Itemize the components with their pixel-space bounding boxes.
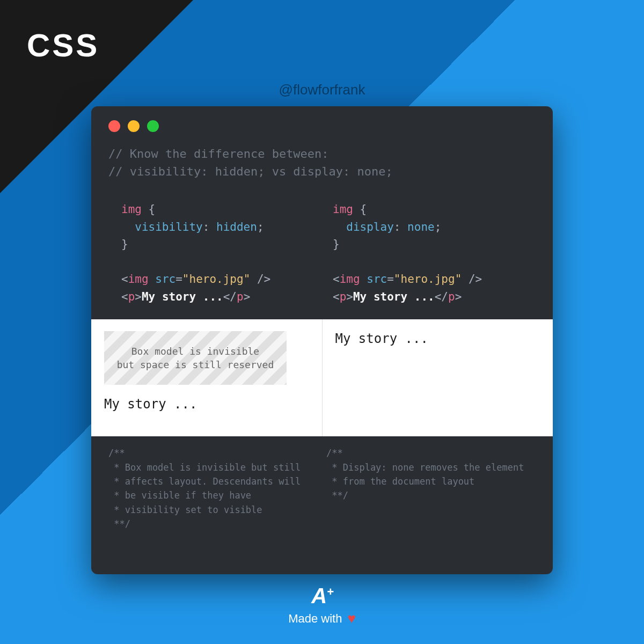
author-handle: @flowforfrank [279, 82, 365, 98]
story-text-left: My story ... [104, 397, 309, 412]
code-col-display: img { display: none; } <img src="hero.jp… [324, 201, 536, 305]
css-value: hidden [216, 221, 257, 233]
css-property: display [346, 221, 394, 233]
placeholder-line-2: but space is still reserved [117, 358, 274, 371]
minimize-icon[interactable] [128, 120, 140, 132]
intro-comments: // Know the difference between: // visib… [91, 132, 553, 186]
doc-left: /** * Box model is invisible but still *… [104, 446, 322, 531]
invisible-box-placeholder: Box model is invisible but space is stil… [104, 331, 287, 385]
code-window: // Know the difference between: // visib… [91, 106, 553, 574]
close-icon[interactable] [108, 120, 120, 132]
footer: A+ Made with ♥ [288, 584, 356, 627]
placeholder-line-1: Box model is invisible [117, 345, 274, 358]
code-columns: img { visibility: hidden; } <img src="he… [91, 186, 553, 319]
code-col-visibility: img { visibility: hidden; } <img src="he… [108, 201, 324, 305]
result-visibility: Box model is invisible but space is stil… [91, 319, 323, 436]
traffic-lights [91, 106, 553, 132]
selector: img [121, 203, 142, 216]
result-band: Box model is invisible but space is stil… [91, 319, 553, 436]
made-with: Made with ♥ [288, 610, 356, 627]
comment-line-1: // Know the difference between: [108, 145, 536, 163]
story-text-right: My story ... [335, 331, 540, 346]
doc-comments: /** * Box model is invisible but still *… [91, 436, 553, 544]
selector: img [333, 203, 353, 216]
comment-line-2: // visibility: hidden; vs display: none; [108, 163, 536, 180]
maximize-icon[interactable] [147, 120, 159, 132]
corner-label: CSS [27, 27, 99, 64]
doc-right: /** * Display: none removes the element … [322, 446, 540, 531]
result-display: My story ... [323, 319, 553, 436]
css-property: visibility [135, 221, 202, 233]
heart-icon: ♥ [347, 610, 355, 627]
logo-icon: A+ [311, 584, 333, 608]
css-value: none [407, 221, 435, 233]
